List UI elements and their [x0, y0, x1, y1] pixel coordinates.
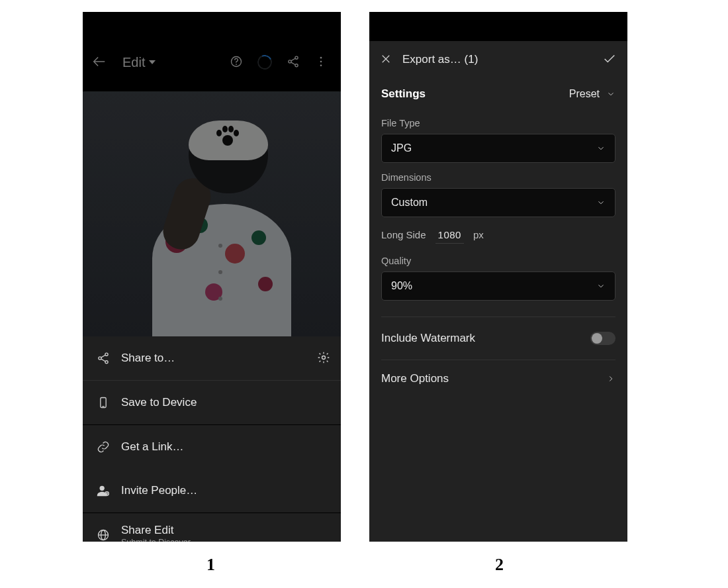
share-edit-row[interactable]: Share Edit Submit to Discover — [83, 513, 341, 542]
svg-point-11 — [322, 356, 326, 359]
more-icon[interactable] — [314, 55, 328, 70]
chevron-down-icon — [596, 198, 606, 207]
share-settings-gear-icon[interactable] — [317, 351, 330, 366]
view-mode-dropdown[interactable]: Edit — [122, 55, 156, 70]
edit-toolbar: Edit — [83, 44, 341, 81]
preset-dropdown[interactable]: Preset — [569, 88, 615, 100]
chevron-right-icon — [606, 374, 615, 383]
svg-point-10 — [105, 361, 108, 364]
link-icon — [95, 440, 112, 454]
preset-label-text: Preset — [569, 88, 600, 100]
more-options-row[interactable]: More Options — [381, 360, 615, 397]
share-to-row[interactable]: Share to… — [83, 336, 341, 380]
settings-header-row: Settings Preset — [381, 78, 615, 109]
long-side-unit: px — [473, 229, 484, 240]
file-type-select[interactable]: JPG — [381, 134, 615, 163]
invite-people-label: Invite People… — [121, 483, 197, 497]
quality-label: Quality — [381, 256, 615, 266]
close-icon[interactable] — [380, 53, 392, 67]
photo-preview — [83, 91, 341, 336]
invite-people-icon — [95, 483, 112, 498]
chevron-down-icon — [149, 60, 156, 64]
watermark-toggle[interactable] — [590, 332, 615, 345]
chevron-down-icon — [596, 144, 606, 153]
export-header: Export as… (1) — [369, 41, 627, 78]
get-link-row[interactable]: Get a Link… — [83, 424, 341, 469]
share-edit-label: Share Edit — [121, 523, 191, 537]
svg-point-2 — [295, 56, 298, 59]
long-side-row: Long Side 1080 px — [381, 229, 615, 244]
view-mode-label: Edit — [122, 55, 145, 70]
figure-number-2: 2 — [495, 555, 504, 575]
screen-share-menu: Edit — [83, 12, 341, 542]
save-to-device-label: Save to Device — [121, 395, 197, 409]
share-to-icon — [95, 352, 112, 365]
svg-point-7 — [320, 64, 322, 66]
svg-point-6 — [320, 60, 322, 62]
sync-spinner-icon — [255, 53, 274, 72]
share-to-label: Share to… — [121, 351, 175, 365]
svg-point-9 — [99, 357, 101, 360]
confirm-icon[interactable] — [602, 52, 617, 68]
include-watermark-label: Include Watermark — [381, 332, 475, 345]
share-action-sheet: Share to… Save to Device Get a Link… — [83, 336, 341, 542]
export-body: Settings Preset File Type JPG Dimensions… — [369, 78, 627, 542]
include-watermark-row[interactable]: Include Watermark — [381, 317, 615, 360]
export-header-title: Export as… (1) — [402, 53, 478, 66]
long-side-label: Long Side — [381, 229, 426, 240]
file-type-value: JPG — [391, 142, 412, 154]
screen-export-settings: Export as… (1) Settings Preset File Type… — [369, 12, 627, 542]
chevron-down-icon — [596, 281, 606, 291]
dimensions-label: Dimensions — [381, 172, 615, 183]
dimensions-select[interactable]: Custom — [381, 188, 615, 217]
save-to-device-row[interactable]: Save to Device — [83, 380, 341, 424]
long-side-input[interactable]: 1080 — [435, 229, 464, 244]
settings-label: Settings — [381, 87, 426, 101]
share-icon[interactable] — [287, 55, 300, 70]
dimensions-value: Custom — [391, 197, 428, 209]
back-icon[interactable] — [92, 54, 108, 71]
svg-point-3 — [289, 60, 291, 62]
quality-select[interactable]: 90% — [381, 271, 615, 301]
svg-point-1 — [236, 64, 237, 65]
more-options-label: More Options — [381, 372, 449, 385]
share-edit-sublabel: Submit to Discover — [121, 538, 191, 542]
help-icon[interactable] — [230, 55, 243, 70]
get-link-label: Get a Link… — [121, 440, 184, 454]
svg-point-8 — [105, 353, 108, 356]
svg-point-4 — [295, 64, 298, 66]
svg-point-5 — [320, 56, 322, 58]
device-icon — [95, 396, 112, 409]
file-type-label: File Type — [381, 118, 615, 128]
figure-number-1: 1 — [206, 555, 215, 575]
globe-icon — [95, 528, 112, 542]
quality-value: 90% — [391, 280, 412, 292]
invite-people-row[interactable]: Invite People… — [83, 469, 341, 513]
svg-point-14 — [100, 486, 105, 491]
